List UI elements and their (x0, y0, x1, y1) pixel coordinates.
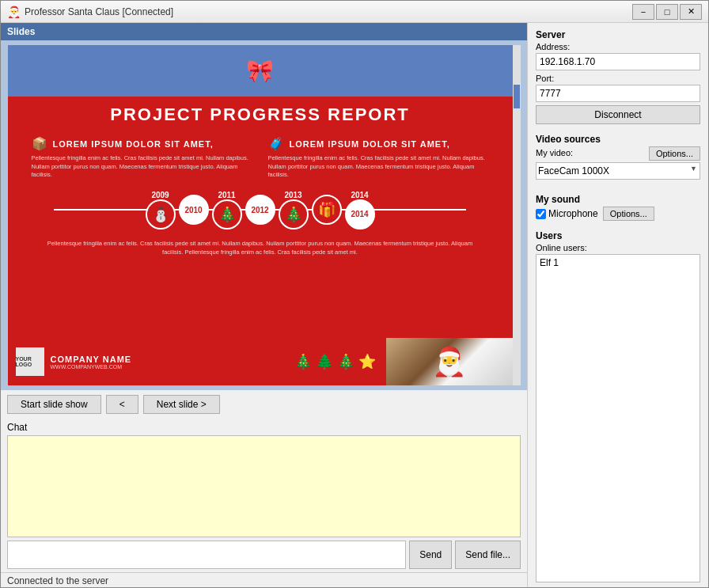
camera-select[interactable]: FaceCam 1000X Default Camera Integrated … (536, 162, 700, 180)
minimize-button[interactable]: − (632, 4, 654, 20)
timeline-2012: 2012 (245, 195, 275, 225)
timeline-circle-wreath: 🎁 (312, 195, 342, 225)
timeline-circle-2012: 2012 (245, 195, 275, 225)
slide-col-left-text: Pellentesque fringilla enim ac felis. Cr… (32, 154, 252, 180)
slides-header: Slides (1, 23, 527, 40)
video-options-button[interactable]: Options... (649, 146, 700, 161)
users-section: Users Online users: Elf 1 (536, 230, 700, 582)
left-panel: Slides 🎀 PROJECT PROGRESS REPORT (1, 23, 528, 588)
timeline-2011: 2011 🎄 (212, 191, 242, 230)
main-layout: Slides 🎀 PROJECT PROGRESS REPORT (1, 23, 708, 588)
next-slide-button[interactable]: Next slide > (143, 395, 220, 414)
slide-two-col: 📦 LOREM IPSUM DOLOR SIT AMET, Pellentesq… (32, 136, 489, 180)
maximize-button[interactable]: □ (656, 4, 678, 20)
company-info: COMPANY NAME WWW.COMPANYWEB.COM (51, 355, 132, 370)
window-title: Professor Santa Claus [Connected] (25, 6, 632, 17)
server-section-label: Server (536, 29, 700, 40)
slide-preview-area: 🎀 PROJECT PROGRESS REPORT 📦 LOREM IPSUM … (1, 40, 527, 390)
sound-section: My sound Microphone Options... (536, 194, 700, 226)
slide-container: 🎀 PROJECT PROGRESS REPORT 📦 LOREM IPSUM … (8, 45, 513, 385)
company-name: COMPANY NAME (51, 355, 132, 364)
slide-red-body: PROJECT PROGRESS REPORT 📦 LOREM IPSUM DO… (8, 97, 513, 260)
camera-select-wrapper: FaceCam 1000X Default Camera Integrated … (536, 162, 700, 184)
my-video-row: My video: Options... (536, 146, 700, 161)
timeline-circle-2013: 🎄 (279, 199, 309, 230)
slide-footer: YOUR LOGO COMPANY NAME WWW.COMPANYWEB.CO… (8, 338, 513, 385)
users-section-label: Users (536, 230, 700, 241)
online-users-label: Online users: (536, 243, 700, 252)
company-web: WWW.COMPANYWEB.COM (51, 364, 132, 370)
chat-label: Chat (7, 422, 521, 433)
chat-section: Chat Send Send file... (1, 419, 527, 572)
close-button[interactable]: ✕ (680, 4, 702, 20)
slide-bottom-text: Pellentesque fringilla enim ac felis. Cr… (32, 236, 489, 260)
timeline-2010: 2010 (179, 195, 209, 225)
video-sources-section: Video sources My video: Options... FaceC… (536, 134, 700, 189)
slide-col-left: 📦 LOREM IPSUM DOLOR SIT AMET, Pellentesq… (32, 136, 252, 180)
timeline-circle-2014: 2014 (345, 199, 375, 230)
title-bar: 🎅 Professor Santa Claus [Connected] − □ … (1, 1, 708, 23)
microphone-checkbox[interactable] (536, 209, 546, 219)
slide-col-left-title: 📦 LOREM IPSUM DOLOR SIT AMET, (32, 136, 252, 151)
timeline-circle-2010: 2010 (179, 195, 209, 225)
right-panel: Server Address: Port: Disconnect Video s… (528, 23, 708, 588)
send-file-button[interactable]: Send file... (455, 541, 521, 569)
status-bar: Connected to the server (1, 572, 527, 588)
chat-area (7, 435, 521, 537)
video-section-label: Video sources (536, 134, 700, 145)
slide-col-right-text: Pellentesque fringilla enim ac felis. Cr… (268, 154, 489, 180)
timeline-2014: 2014 2014 (345, 191, 375, 230)
chat-input[interactable] (7, 541, 406, 569)
address-label: Address: (536, 42, 700, 51)
col2-icon: 🧳 (268, 136, 285, 151)
bow-icon: 🎀 (246, 58, 274, 84)
disconnect-button[interactable]: Disconnect (536, 105, 700, 124)
sound-options-button[interactable]: Options... (603, 207, 654, 221)
send-button[interactable]: Send (409, 541, 452, 569)
window-controls: − □ ✕ (632, 4, 702, 20)
sound-section-label: My sound (536, 194, 700, 205)
scrollbar-thumb (514, 85, 520, 108)
slide-trees: 🎄 🌲 🎄 ⭐ (285, 338, 385, 385)
slide-scrollbar[interactable] (513, 45, 521, 385)
timeline-2009: 2009 ⛄ (146, 191, 176, 230)
slide-col-right: 🧳 LOREM IPSUM DOLOR SIT AMET, Pellentesq… (268, 136, 489, 180)
port-input[interactable] (536, 85, 700, 102)
timeline-2013: 2013 🎄 (279, 191, 309, 230)
my-video-label: My video: (536, 148, 573, 157)
slide-controls: Start slide show < Next slide > (1, 390, 527, 419)
my-sound-row: Microphone Options... (536, 207, 700, 221)
slide-title: PROJECT PROGRESS REPORT (32, 97, 489, 131)
company-logo: YOUR LOGO (16, 347, 44, 376)
timeline-row: 2009 ⛄ 2010 2011 🎄 (32, 184, 489, 236)
prev-slide-button[interactable]: < (106, 395, 138, 414)
start-slideshow-button[interactable]: Start slide show (7, 395, 101, 414)
slide-col-right-title: 🧳 LOREM IPSUM DOLOR SIT AMET, (268, 136, 489, 151)
users-list: Elf 1 (536, 254, 700, 582)
slide-top-blue: 🎀 (8, 45, 513, 97)
address-input[interactable] (536, 53, 700, 70)
server-section: Server Address: Port: Disconnect (536, 29, 700, 129)
timeline-wreath: 🎁 (312, 195, 342, 225)
chat-input-row: Send Send file... (7, 541, 521, 569)
microphone-checkbox-label[interactable]: Microphone (536, 208, 598, 219)
port-label: Port: (536, 74, 700, 83)
list-item: Elf 1 (540, 256, 696, 269)
santa-photo: 🎅 (386, 338, 513, 385)
slide-footer-left: YOUR LOGO COMPANY NAME WWW.COMPANYWEB.CO… (8, 338, 286, 385)
app-icon: 🎅 (7, 6, 20, 18)
timeline-circle-2009: ⛄ (146, 199, 176, 230)
timeline-circle-2011: 🎄 (212, 199, 242, 230)
slide-preview-wrapper: 🎀 PROJECT PROGRESS REPORT 📦 LOREM IPSUM … (8, 45, 521, 385)
col1-icon: 📦 (32, 136, 48, 151)
